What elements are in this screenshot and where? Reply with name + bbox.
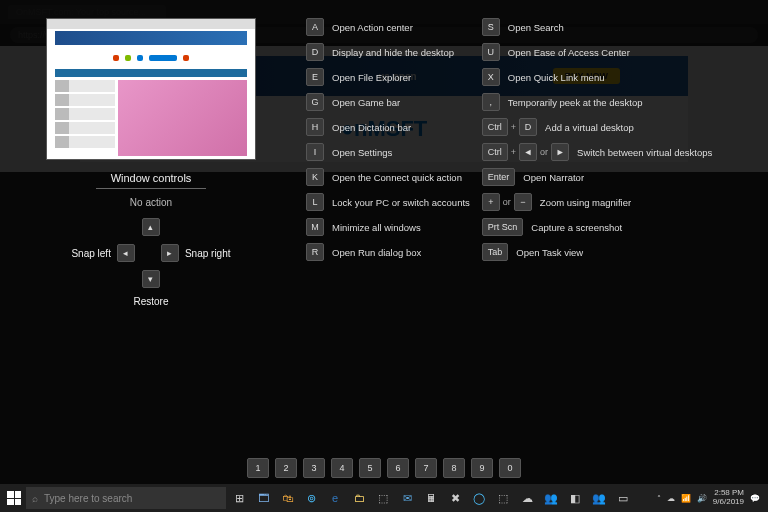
shortcut-row: SOpen Search [482,18,712,36]
teams-icon[interactable]: 👥 [588,487,610,509]
shortcut-row: HOpen Dictation bar [306,118,470,136]
shortcut-label: Open Ease of Access Center [508,47,630,58]
number-key[interactable]: 9 [471,458,493,478]
keyboard-shortcuts-panel: AOpen Action centerDDisplay and hide the… [286,18,752,452]
shortcut-row: KOpen the Connect quick action [306,168,470,186]
shortcut-label: Open Game bar [332,97,400,108]
shortcut-row: LLock your PC or switch accounts [306,193,470,211]
number-key[interactable]: 6 [387,458,409,478]
taskbar-app-icon[interactable]: 🛍 [276,487,298,509]
taskbar-app-icon[interactable]: ◧ [564,487,586,509]
shortcut-row: UOpen Ease of Access Center [482,43,712,61]
edge-icon[interactable]: e [324,487,346,509]
taskbar-app-icon[interactable]: 🗔 [252,487,274,509]
number-key[interactable]: 1 [247,458,269,478]
arrow-left-key[interactable]: ◂ [117,244,135,262]
calculator-icon[interactable]: 🖩 [420,487,442,509]
shortcut-row: Ctrl+◄or►Switch between virtual desktops [482,143,712,161]
shortcut-row: EnterOpen Narrator [482,168,712,186]
shortcut-key: I [306,143,324,161]
action-center-icon[interactable]: 💬 [750,494,760,503]
number-key[interactable]: 4 [331,458,353,478]
shortcut-key: D [519,118,537,136]
shortcut-label: Open Settings [332,147,392,158]
shortcut-row: GOpen Game bar [306,93,470,111]
shortcut-key: − [514,193,532,211]
number-key[interactable]: 0 [499,458,521,478]
shortcut-row: DDisplay and hide the desktop [306,43,470,61]
shortcut-label: Open Search [508,22,564,33]
mail-icon[interactable]: ✉ [396,487,418,509]
arrow-right-key[interactable]: ▸ [161,244,179,262]
shortcut-row: ,Temporarily peek at the desktop [482,93,712,111]
taskbar-app-icon[interactable]: ▭ [612,487,634,509]
shortcut-key: S [482,18,500,36]
shortcut-key: Ctrl [482,118,508,136]
shortcut-row: Ctrl+DAdd a virtual desktop [482,118,712,136]
shortcut-key: Enter [482,168,516,186]
shortcut-key: + [482,193,500,211]
taskbar[interactable]: ⌕ Type here to search ⊞ 🗔 🛍 ⊚ e 🗀 ⬚ ✉ 🖩 … [0,484,768,512]
taskbar-app-icon[interactable]: ⊚ [300,487,322,509]
shortcut-label: Minimize all windows [332,222,421,233]
start-button[interactable] [4,488,24,508]
shortcut-label: Display and hide the desktop [332,47,454,58]
number-key[interactable]: 8 [443,458,465,478]
window-controls-panel: Window controls No action ▴ Snap left ◂ … [71,172,230,307]
shortcut-key: G [306,93,324,111]
shortcut-row: XOpen Quick Link menu [482,68,712,86]
search-placeholder: Type here to search [44,493,132,504]
number-keys-row: 1234567890 [0,452,768,484]
volume-icon[interactable]: 🔊 [697,494,707,503]
shortcut-key: D [306,43,324,61]
arrow-up-key[interactable]: ▴ [142,218,160,236]
window-preview[interactable]: ●nMSFT [46,18,256,160]
shortcut-label: Open Quick Link menu [508,72,605,83]
shortcut-label: Open Narrator [523,172,584,183]
number-key[interactable]: 7 [415,458,437,478]
taskbar-app-icon[interactable]: 👥 [540,487,562,509]
shortcut-label: Open the Connect quick action [332,172,462,183]
taskbar-app-icon[interactable]: ⬚ [372,487,394,509]
shortcut-label: Lock your PC or switch accounts [332,197,470,208]
shortcut-key: K [306,168,324,186]
search-icon: ⌕ [32,493,38,504]
search-box[interactable]: ⌕ Type here to search [26,487,226,509]
clock[interactable]: 2:58 PM 9/6/2019 [713,489,744,507]
window-controls-title: Window controls [71,172,230,184]
shortcut-label: Temporarily peek at the desktop [508,97,643,108]
xbox-icon[interactable]: ✖ [444,487,466,509]
snap-right-label: Snap right [185,248,231,259]
shortcut-key: R [306,243,324,261]
onedrive-icon[interactable]: ☁ [667,494,675,503]
shortcut-row: MMinimize all windows [306,218,470,236]
tray-chevron-icon[interactable]: ˄ [657,494,661,503]
file-explorer-icon[interactable]: 🗀 [348,487,370,509]
arrow-down-key[interactable]: ▾ [142,270,160,288]
system-tray[interactable]: ˄ ☁ 📶 🔊 2:58 PM 9/6/2019 💬 [657,489,764,507]
number-key[interactable]: 5 [359,458,381,478]
shortcut-key: M [306,218,324,236]
shortcut-key: X [482,68,500,86]
shortcut-row: ROpen Run dialog box [306,243,470,261]
taskbar-app-icon[interactable]: ☁ [516,487,538,509]
shortcut-key: E [306,68,324,86]
number-key[interactable]: 2 [275,458,297,478]
taskbar-app-icon[interactable]: ⬚ [492,487,514,509]
shortcut-label: Open Dictation bar [332,122,411,133]
shortcut-key: U [482,43,500,61]
task-view-icon[interactable]: ⊞ [228,487,250,509]
shortcut-label: Zoom using magnifier [540,197,631,208]
shortcut-label: Open Action center [332,22,413,33]
shortcut-row: IOpen Settings [306,143,470,161]
shortcut-key: , [482,93,500,111]
shortcut-key: Ctrl [482,143,508,161]
snap-left-label: Snap left [71,248,110,259]
cortana-icon[interactable]: ◯ [468,487,490,509]
network-icon[interactable]: 📶 [681,494,691,503]
shortcut-key: Tab [482,243,509,261]
shortcut-key: H [306,118,324,136]
shortcut-key: ► [551,143,569,161]
shortcut-row: EOpen File Explorer [306,68,470,86]
number-key[interactable]: 3 [303,458,325,478]
